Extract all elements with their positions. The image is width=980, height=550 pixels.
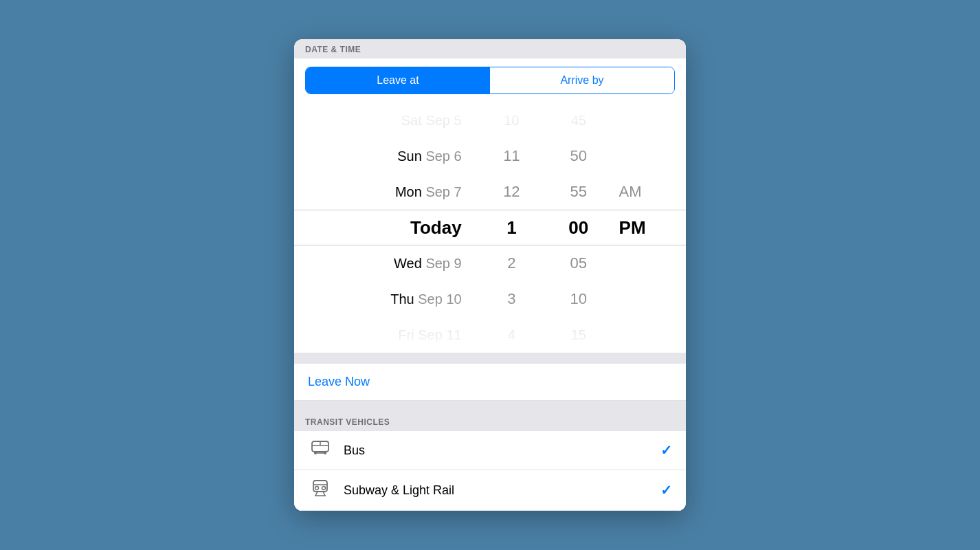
picker-minute-row-1: 50: [570, 138, 587, 174]
picker-ampm-row-2: AM: [619, 174, 642, 210]
date-time-section-header: DATE & TIME: [294, 39, 686, 58]
picker-date-row-0: Sat Sep 5: [401, 102, 462, 138]
picker-date-column: Sat Sep 5 Sun Sep 6 Mon Sep 7 Today Wed …: [294, 102, 478, 353]
transit-vehicles-section: TRANSIT VEHICLES Bus ✓: [294, 412, 686, 511]
picker-ampm-row-today: PM: [619, 210, 646, 245]
picker-date-row-2: Mon Sep 7: [395, 174, 462, 210]
picker-date-row-1: Sun Sep 6: [397, 138, 461, 174]
picker-hour-row-2: 12: [503, 174, 520, 210]
picker-hour-row-4: 2: [507, 245, 515, 281]
picker-hour-row-1: 11: [503, 138, 520, 174]
svg-point-7: [315, 487, 319, 490]
svg-point-8: [322, 487, 326, 490]
transit-row-subway[interactable]: Subway & Light Rail ✓: [294, 470, 686, 511]
picker-minute-row-2: 55: [570, 174, 587, 210]
main-panel: DATE & TIME Leave at Arrive by Sat Sep 5…: [294, 39, 686, 511]
picker-rows: Sat Sep 5 Sun Sep 6 Mon Sep 7 Today Wed …: [294, 102, 686, 353]
svg-rect-6: [313, 481, 327, 492]
separator-1: [294, 353, 686, 364]
toggle-container: Leave at Arrive by: [305, 67, 675, 94]
transit-row-bus[interactable]: Bus ✓: [294, 431, 686, 470]
svg-rect-3: [314, 452, 317, 454]
bus-label: Bus: [344, 443, 660, 458]
picker-minute-row-today: 00: [568, 210, 588, 245]
separator-2: [294, 401, 686, 412]
bus-checkmark: ✓: [660, 442, 672, 459]
subway-label: Subway & Light Rail: [344, 483, 660, 498]
svg-rect-4: [324, 452, 326, 454]
picker-date-row-5: Thu Sep 10: [390, 281, 461, 317]
date-time-picker[interactable]: Sat Sep 5 Sun Sep 6 Mon Sep 7 Today Wed …: [294, 102, 686, 353]
toggle-row: Leave at Arrive by: [294, 58, 686, 102]
picker-minute-row-4: 05: [570, 245, 587, 281]
picker-minute-column: 45 50 55 00 05 10 15: [545, 102, 612, 353]
picker-minute-row-0: 45: [571, 102, 586, 138]
leave-now-row[interactable]: Leave Now: [294, 364, 686, 401]
leave-at-button[interactable]: Leave at: [306, 67, 490, 94]
picker-minute-row-6: 15: [571, 317, 586, 353]
transit-vehicles-header: TRANSIT VEHICLES: [294, 412, 686, 431]
subway-checkmark: ✓: [660, 482, 672, 498]
picker-date-row-4: Wed Sep 9: [394, 245, 462, 281]
leave-now-label[interactable]: Leave Now: [308, 375, 370, 388]
bus-icon: [308, 441, 333, 460]
arrive-by-button[interactable]: Arrive by: [490, 67, 674, 94]
picker-hour-row-0: 10: [504, 102, 519, 138]
subway-icon: [308, 480, 333, 500]
svg-line-10: [315, 492, 318, 496]
picker-minute-row-5: 10: [570, 281, 587, 317]
picker-date-row-today: Today: [410, 210, 462, 245]
picker-hour-row-today: 1: [506, 210, 516, 245]
svg-line-11: [323, 492, 325, 496]
picker-hour-column: 10 11 12 1 2 3 4: [478, 102, 545, 353]
picker-date-row-6: Fri Sep 11: [398, 317, 461, 353]
picker-hour-row-5: 3: [507, 281, 515, 317]
picker-ampm-column: AM PM: [612, 102, 686, 353]
picker-hour-row-6: 4: [508, 317, 515, 353]
